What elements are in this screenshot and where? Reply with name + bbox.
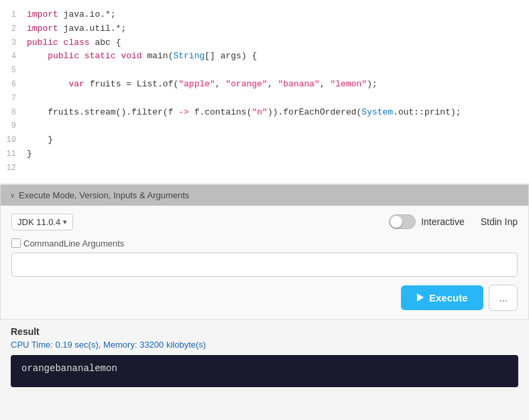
result-title: Result xyxy=(11,326,518,337)
execute-header[interactable]: ∨ Execute Mode, Version, Inputs & Argume… xyxy=(1,185,528,206)
code-line: 3public class abc { xyxy=(0,36,529,50)
line-content xyxy=(27,64,524,78)
play-icon xyxy=(417,293,424,301)
execute-section: ∨ Execute Mode, Version, Inputs & Argume… xyxy=(0,184,529,320)
code-line: 6 var fruits = List.of("apple", "orange"… xyxy=(0,78,529,92)
commandline-input[interactable] xyxy=(11,253,518,277)
line-number: 2 xyxy=(5,23,27,36)
code-line: 12 xyxy=(0,161,529,176)
line-number: 12 xyxy=(5,162,27,175)
code-line: 10 } xyxy=(0,133,529,147)
execute-actions: Execute ... xyxy=(11,285,518,311)
line-content: import java.util.*; xyxy=(27,22,524,36)
line-number: 5 xyxy=(5,64,27,77)
line-content xyxy=(27,161,524,176)
jdk-chevron-icon: ▾ xyxy=(63,218,67,226)
commandline-checkbox-icon[interactable] xyxy=(11,238,21,248)
line-number: 8 xyxy=(5,107,27,119)
commandline-section: CommandLine Arguments xyxy=(11,238,518,277)
line-content: } xyxy=(27,147,524,161)
line-number: 9 xyxy=(5,120,27,133)
code-line: 2import java.util.*; xyxy=(0,22,529,36)
more-icon: ... xyxy=(499,292,508,303)
chevron-icon: ∨ xyxy=(10,192,15,199)
execute-controls: JDK 11.0.4 ▾ Interactive Stdin Inp xyxy=(11,214,518,230)
more-options-button[interactable]: ... xyxy=(489,285,518,311)
execute-body: JDK 11.0.4 ▾ Interactive Stdin Inp Comma… xyxy=(1,206,528,319)
line-content: import java.io.*; xyxy=(27,8,524,22)
result-section: Result CPU Time: 0.19 sec(s), Memory: 33… xyxy=(0,320,529,387)
toggle-knob xyxy=(390,216,402,228)
line-number: 10 xyxy=(5,134,27,147)
stdin-label: Stdin Inp xyxy=(481,216,518,227)
line-number: 11 xyxy=(5,148,27,161)
line-number: 1 xyxy=(5,9,27,21)
code-line: 9 xyxy=(0,119,529,133)
code-line: 7 xyxy=(0,92,529,106)
code-line: 5 xyxy=(0,64,529,78)
line-content: var fruits = List.of("apple", "orange", … xyxy=(27,78,524,92)
line-content xyxy=(27,92,524,106)
jdk-selector[interactable]: JDK 11.0.4 ▾ xyxy=(11,214,73,230)
line-number: 3 xyxy=(5,37,27,50)
line-number: 4 xyxy=(5,50,27,63)
line-number: 6 xyxy=(5,78,27,91)
code-line: 11} xyxy=(0,147,529,161)
commandline-label: CommandLine Arguments xyxy=(11,238,518,249)
line-content: fruits.stream().filter(f -> f.contains("… xyxy=(27,106,524,120)
code-line: 4 public static void main(String[] args)… xyxy=(0,50,529,64)
line-content xyxy=(27,119,524,133)
execute-btn-label: Execute xyxy=(429,292,468,303)
execute-button[interactable]: Execute xyxy=(401,285,484,310)
line-content: } xyxy=(27,133,524,147)
line-content: public static void main(String[] args) { xyxy=(27,50,524,64)
interactive-toggle[interactable] xyxy=(389,214,416,229)
interactive-control: Interactive Stdin Inp xyxy=(389,214,518,229)
code-line: 8 fruits.stream().filter(f -> f.contains… xyxy=(0,106,529,120)
execute-header-label: Execute Mode, Version, Inputs & Argument… xyxy=(19,190,189,200)
line-number: 7 xyxy=(5,92,27,105)
result-output: orangebananalemon xyxy=(11,355,518,387)
line-content: public class abc { xyxy=(27,36,524,50)
jdk-label: JDK 11.0.4 xyxy=(17,217,60,227)
interactive-label: Interactive xyxy=(421,216,465,227)
result-stats: CPU Time: 0.19 sec(s), Memory: 33200 kil… xyxy=(11,340,518,350)
code-line: 1import java.io.*; xyxy=(0,8,529,22)
code-editor[interactable]: 1import java.io.*;2import java.util.*;3p… xyxy=(0,0,529,184)
